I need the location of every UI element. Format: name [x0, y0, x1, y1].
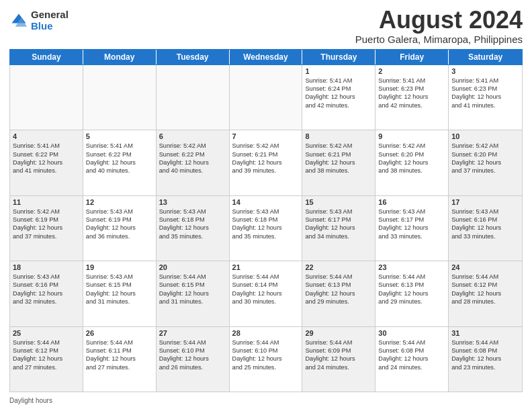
day-info: Sunrise: 5:43 AM Sunset: 6:18 PM Dayligh…: [159, 208, 226, 241]
day-info: Sunrise: 5:44 AM Sunset: 6:09 PM Dayligh…: [305, 338, 372, 372]
day-number: 10: [451, 132, 519, 140]
title-section: August 2024 Puerto Galera, Mimaropa, Phi…: [355, 7, 523, 45]
day-number: 19: [86, 263, 153, 271]
day-number: 16: [378, 198, 445, 206]
day-info: Sunrise: 5:42 AM Sunset: 6:19 PM Dayligh…: [13, 208, 80, 241]
day-number: 22: [305, 263, 372, 271]
day-info: Sunrise: 5:44 AM Sunset: 6:11 PM Dayligh…: [86, 338, 153, 372]
day-info: Sunrise: 5:41 AM Sunset: 6:23 PM Dayligh…: [451, 77, 519, 110]
empty-cell: [10, 65, 83, 130]
week-row-3: 11Sunrise: 5:42 AM Sunset: 6:19 PM Dayli…: [10, 196, 522, 261]
day-cell-21: 21Sunrise: 5:44 AM Sunset: 6:14 PM Dayli…: [230, 261, 303, 326]
logo: General Blue: [9, 9, 69, 32]
day-number: 26: [86, 329, 153, 337]
day-cell-10: 10Sunrise: 5:42 AM Sunset: 6:20 PM Dayli…: [449, 130, 522, 195]
day-cell-25: 25Sunrise: 5:44 AM Sunset: 6:12 PM Dayli…: [10, 327, 83, 392]
day-info: Sunrise: 5:42 AM Sunset: 6:22 PM Dayligh…: [159, 142, 226, 175]
day-info: Sunrise: 5:44 AM Sunset: 6:08 PM Dayligh…: [378, 338, 445, 372]
day-cell-22: 22Sunrise: 5:44 AM Sunset: 6:13 PM Dayli…: [302, 261, 375, 326]
day-number: 2: [378, 67, 445, 75]
day-number: 4: [13, 132, 80, 140]
day-number: 5: [86, 132, 153, 140]
day-info: Sunrise: 5:43 AM Sunset: 6:18 PM Dayligh…: [232, 208, 300, 241]
day-info: Sunrise: 5:41 AM Sunset: 6:22 PM Dayligh…: [13, 142, 80, 175]
day-cell-18: 18Sunrise: 5:43 AM Sunset: 6:16 PM Dayli…: [10, 261, 83, 326]
day-number: 13: [159, 198, 226, 206]
day-cell-5: 5Sunrise: 5:41 AM Sunset: 6:22 PM Daylig…: [83, 130, 157, 195]
day-info: Sunrise: 5:43 AM Sunset: 6:17 PM Dayligh…: [305, 208, 372, 241]
header: General Blue August 2024 Puerto Galera, …: [9, 7, 523, 45]
day-cell-11: 11Sunrise: 5:42 AM Sunset: 6:19 PM Dayli…: [10, 196, 83, 261]
day-number: 15: [305, 198, 372, 206]
empty-cell: [157, 65, 230, 130]
header-day-wednesday: Wednesday: [230, 50, 303, 64]
header-day-saturday: Saturday: [449, 50, 522, 64]
header-day-tuesday: Tuesday: [157, 50, 230, 64]
day-cell-16: 16Sunrise: 5:43 AM Sunset: 6:17 PM Dayli…: [375, 196, 449, 261]
logo-blue: Blue: [31, 21, 69, 32]
day-info: Sunrise: 5:44 AM Sunset: 6:12 PM Dayligh…: [451, 273, 519, 306]
day-number: 20: [159, 263, 226, 271]
day-cell-15: 15Sunrise: 5:43 AM Sunset: 6:17 PM Dayli…: [302, 196, 375, 261]
empty-cell: [83, 65, 157, 130]
day-info: Sunrise: 5:44 AM Sunset: 6:10 PM Dayligh…: [159, 338, 226, 372]
day-number: 3: [451, 67, 519, 75]
day-cell-31: 31Sunrise: 5:44 AM Sunset: 6:08 PM Dayli…: [449, 327, 522, 392]
day-number: 24: [451, 263, 519, 271]
day-info: Sunrise: 5:44 AM Sunset: 6:13 PM Dayligh…: [305, 273, 372, 306]
day-cell-27: 27Sunrise: 5:44 AM Sunset: 6:10 PM Dayli…: [157, 327, 230, 392]
day-number: 17: [451, 198, 519, 206]
day-number: 31: [451, 329, 519, 337]
day-cell-24: 24Sunrise: 5:44 AM Sunset: 6:12 PM Dayli…: [449, 261, 522, 326]
day-cell-30: 30Sunrise: 5:44 AM Sunset: 6:08 PM Dayli…: [375, 327, 449, 392]
calendar-header-row: SundayMondayTuesdayWednesdayThursdayFrid…: [9, 49, 523, 65]
day-info: Sunrise: 5:42 AM Sunset: 6:20 PM Dayligh…: [451, 142, 519, 175]
day-cell-13: 13Sunrise: 5:43 AM Sunset: 6:18 PM Dayli…: [157, 196, 230, 261]
day-cell-19: 19Sunrise: 5:43 AM Sunset: 6:15 PM Dayli…: [83, 261, 157, 326]
week-row-4: 18Sunrise: 5:43 AM Sunset: 6:16 PM Dayli…: [10, 261, 522, 326]
day-info: Sunrise: 5:43 AM Sunset: 6:16 PM Dayligh…: [451, 208, 519, 241]
day-info: Sunrise: 5:43 AM Sunset: 6:15 PM Dayligh…: [86, 273, 153, 306]
header-day-friday: Friday: [375, 50, 449, 64]
day-cell-14: 14Sunrise: 5:43 AM Sunset: 6:18 PM Dayli…: [230, 196, 303, 261]
header-day-monday: Monday: [83, 50, 157, 64]
day-info: Sunrise: 5:41 AM Sunset: 6:24 PM Dayligh…: [305, 77, 372, 110]
day-info: Sunrise: 5:43 AM Sunset: 6:17 PM Dayligh…: [378, 208, 445, 241]
calendar-subtitle: Puerto Galera, Mimaropa, Philippines: [355, 34, 523, 45]
header-day-sunday: Sunday: [10, 50, 83, 64]
day-number: 12: [86, 198, 153, 206]
day-cell-29: 29Sunrise: 5:44 AM Sunset: 6:09 PM Dayli…: [302, 327, 375, 392]
day-number: 29: [305, 329, 372, 337]
day-cell-8: 8Sunrise: 5:42 AM Sunset: 6:21 PM Daylig…: [302, 130, 375, 195]
calendar: SundayMondayTuesdayWednesdayThursdayFrid…: [9, 49, 523, 392]
day-cell-6: 6Sunrise: 5:42 AM Sunset: 6:22 PM Daylig…: [157, 130, 230, 195]
day-cell-26: 26Sunrise: 5:44 AM Sunset: 6:11 PM Dayli…: [83, 327, 157, 392]
day-number: 23: [378, 263, 445, 271]
day-info: Sunrise: 5:43 AM Sunset: 6:19 PM Dayligh…: [86, 208, 153, 241]
day-cell-3: 3Sunrise: 5:41 AM Sunset: 6:23 PM Daylig…: [449, 65, 522, 130]
day-number: 30: [378, 329, 445, 337]
day-info: Sunrise: 5:42 AM Sunset: 6:21 PM Dayligh…: [232, 142, 300, 175]
day-info: Sunrise: 5:41 AM Sunset: 6:22 PM Dayligh…: [86, 142, 153, 175]
day-number: 8: [305, 132, 372, 140]
day-info: Sunrise: 5:42 AM Sunset: 6:20 PM Dayligh…: [378, 142, 445, 175]
footer: Daylight hours: [9, 394, 523, 404]
day-cell-4: 4Sunrise: 5:41 AM Sunset: 6:22 PM Daylig…: [10, 130, 83, 195]
day-info: Sunrise: 5:44 AM Sunset: 6:08 PM Dayligh…: [451, 338, 519, 372]
day-number: 9: [378, 132, 445, 140]
day-info: Sunrise: 5:44 AM Sunset: 6:12 PM Dayligh…: [13, 338, 80, 372]
day-number: 11: [13, 198, 80, 206]
day-number: 25: [13, 329, 80, 337]
day-number: 6: [159, 132, 226, 140]
day-number: 7: [232, 132, 300, 140]
day-cell-7: 7Sunrise: 5:42 AM Sunset: 6:21 PM Daylig…: [230, 130, 303, 195]
calendar-title: August 2024: [355, 7, 523, 34]
day-number: 14: [232, 198, 300, 206]
day-info: Sunrise: 5:44 AM Sunset: 6:10 PM Dayligh…: [232, 338, 300, 372]
day-cell-1: 1Sunrise: 5:41 AM Sunset: 6:24 PM Daylig…: [302, 65, 375, 130]
day-cell-2: 2Sunrise: 5:41 AM Sunset: 6:23 PM Daylig…: [375, 65, 449, 130]
day-number: 1: [305, 67, 372, 75]
day-info: Sunrise: 5:44 AM Sunset: 6:14 PM Dayligh…: [232, 273, 300, 306]
logo-general: General: [31, 9, 69, 21]
day-cell-23: 23Sunrise: 5:44 AM Sunset: 6:13 PM Dayli…: [375, 261, 449, 326]
